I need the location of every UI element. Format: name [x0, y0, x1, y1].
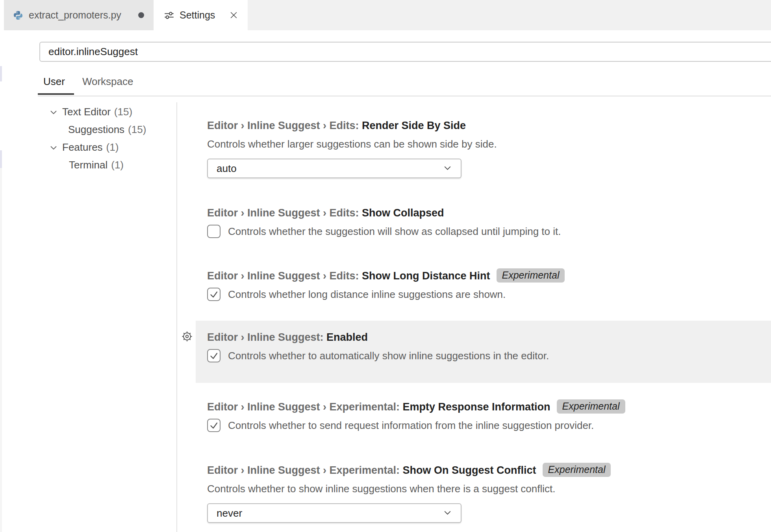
active-tab-underline [38, 93, 74, 95]
python-icon [13, 10, 24, 21]
tab-label: extract_promoters.py [29, 9, 121, 21]
settings-search-box [39, 42, 771, 62]
experimental-badge: Experimental [557, 399, 625, 414]
setting-title: Editor › Inline Suggest › Experimental: … [207, 399, 771, 414]
tab-label: Settings [180, 9, 215, 21]
setting-category: Editor › Inline Suggest › Edits: [207, 120, 362, 131]
toc-item-count: (1) [111, 159, 124, 171]
setting-row: Editor › Inline Suggest › Edits: Show Co… [177, 206, 771, 239]
toc-item-text-editor[interactable]: Text Editor (15) [0, 103, 176, 121]
setting-category: Editor › Inline Suggest: [207, 331, 326, 343]
setting-title: Editor › Inline Suggest › Experimental: … [207, 463, 771, 477]
chevron-down-icon[interactable] [49, 108, 58, 116]
setting-description: Controls whether larger suggestions can … [207, 137, 771, 151]
modified-dot-icon[interactable] [138, 12, 144, 18]
setting-title: Editor › Inline Suggest › Edits: Show Lo… [207, 268, 771, 283]
dropdown-value: never [217, 507, 242, 519]
editor-tab-bar: extract_promoters.py Settings [0, 0, 771, 30]
toc-item-label: Features [62, 141, 103, 153]
tab-bar-left-gap [0, 0, 4, 30]
setting-row: Editor › Inline Suggest › Edits: Show Lo… [177, 268, 771, 302]
close-icon[interactable] [229, 11, 238, 20]
setting-label: Empty Response Information [403, 401, 550, 413]
setting-checkbox-row: Controls whether to send request informa… [207, 418, 771, 433]
setting-label: Show On Suggest Conflict [403, 464, 536, 476]
settings-sliders-icon [164, 10, 174, 20]
setting-label: Show Long Distance Hint [362, 270, 490, 282]
tab-extract-promoters[interactable]: extract_promoters.py [4, 0, 154, 30]
settings-toc: Text Editor (15) Suggestions (15) Featur… [0, 103, 176, 174]
setting-category: Editor › Inline Suggest › Experimental: [207, 464, 403, 476]
setting-category: Editor › Inline Suggest › Experimental: [207, 401, 403, 413]
settings-list: Editor › Inline Suggest › Edits: Render … [177, 96, 771, 532]
toc-item-terminal[interactable]: Terminal (1) [0, 156, 176, 174]
setting-checkbox-row: Controls whether the suggestion will sho… [207, 224, 771, 239]
experimental-badge: Experimental [543, 463, 611, 477]
setting-row: Editor › Inline Suggest: Enabled Control… [196, 321, 771, 383]
toc-item-label: Text Editor [62, 106, 111, 118]
tab-settings[interactable]: Settings [154, 0, 248, 30]
checkbox[interactable] [207, 349, 221, 362]
toc-item-suggestions[interactable]: Suggestions (15) [0, 121, 176, 139]
tab-user[interactable]: User [43, 76, 65, 88]
tab-workspace[interactable]: Workspace [82, 76, 133, 88]
setting-row: Editor › Inline Suggest › Edits: Render … [177, 119, 771, 178]
dropdown-value: auto [217, 163, 237, 175]
setting-label: Render Side By Side [362, 120, 466, 131]
setting-description: Controls whether to automatically show i… [228, 350, 549, 362]
setting-title: Editor › Inline Suggest › Edits: Render … [207, 119, 771, 132]
checkbox[interactable] [207, 419, 221, 432]
setting-description: Controls whether to show inline suggesti… [207, 482, 771, 495]
setting-row: Editor › Inline Suggest › Experimental: … [177, 463, 771, 523]
setting-category: Editor › Inline Suggest › Edits: [207, 270, 362, 282]
left-edge-sliver [0, 168, 2, 532]
setting-row: Editor › Inline Suggest › Experimental: … [177, 399, 771, 433]
setting-checkbox-row: Controls whether long distance inline su… [207, 287, 771, 302]
checkbox[interactable] [207, 225, 221, 238]
gear-icon[interactable] [181, 331, 193, 342]
left-edge-sliver [0, 66, 2, 81]
setting-title: Editor › Inline Suggest › Edits: Show Co… [207, 206, 771, 220]
checkbox[interactable] [207, 288, 221, 301]
chevron-down-icon [442, 507, 453, 519]
toc-item-label: Suggestions [68, 124, 124, 136]
setting-description: Controls whether to send request informa… [228, 419, 594, 432]
chevron-down-icon[interactable] [49, 143, 58, 152]
setting-description: Controls whether long distance inline su… [228, 288, 506, 301]
dropdown[interactable]: auto [207, 159, 461, 178]
setting-description: Controls whether the suggestion will sho… [228, 225, 561, 238]
toc-item-label: Terminal [69, 159, 107, 171]
dropdown[interactable]: never [207, 503, 461, 523]
settings-scope-tabs: User Workspace [43, 76, 133, 88]
chevron-down-icon [442, 163, 453, 175]
experimental-badge: Experimental [497, 268, 565, 283]
setting-category: Editor › Inline Suggest › Edits: [207, 207, 362, 219]
settings-search-input[interactable] [40, 42, 771, 61]
setting-label: Enabled [326, 331, 368, 343]
setting-title: Editor › Inline Suggest: Enabled [207, 331, 771, 344]
toc-item-count: (1) [106, 141, 119, 153]
toc-item-count: (15) [128, 124, 146, 136]
setting-label: Show Collapsed [362, 207, 444, 219]
toc-item-count: (15) [114, 106, 132, 118]
toc-item-features[interactable]: Features (1) [0, 139, 176, 156]
setting-checkbox-row: Controls whether to automatically show i… [207, 348, 771, 363]
